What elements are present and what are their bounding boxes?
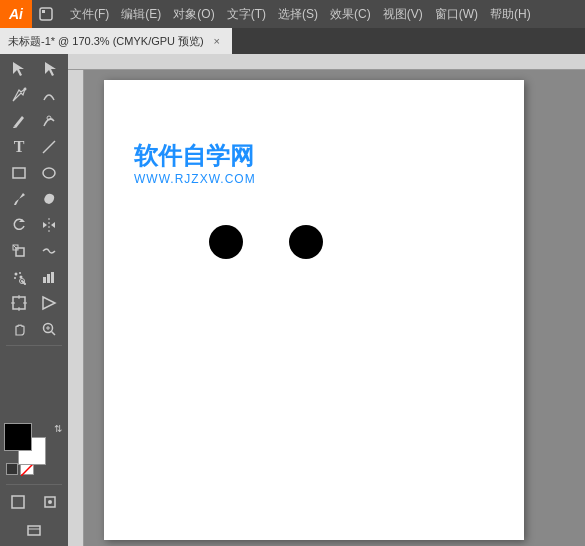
reflect-tool[interactable] <box>35 213 63 237</box>
svg-rect-0 <box>40 8 52 20</box>
svg-point-14 <box>15 273 18 276</box>
line-tool[interactable] <box>35 135 63 159</box>
menu-effect[interactable]: 效果(C) <box>324 0 377 28</box>
ruler-left <box>68 70 84 546</box>
watermark-line1: 软件自学网 <box>134 140 256 172</box>
curvature-tool[interactable] <box>35 83 63 107</box>
warp-tool[interactable] <box>35 239 63 263</box>
app-logo: Ai <box>0 0 32 28</box>
menubar: 文件(F) 编辑(E) 对象(O) 文字(T) 选择(S) 效果(C) 视图(V… <box>60 0 585 28</box>
svg-rect-21 <box>51 272 54 283</box>
menu-edit[interactable]: 编辑(E) <box>115 0 167 28</box>
svg-rect-35 <box>28 526 40 535</box>
svg-rect-7 <box>13 168 25 178</box>
canvas-area: 软件自学网 WWW.RJZXW.COM <box>68 54 585 546</box>
tab-close-button[interactable]: × <box>210 34 224 48</box>
svg-line-6 <box>43 141 55 153</box>
svg-point-15 <box>19 272 21 274</box>
canvas-background: 软件自学网 WWW.RJZXW.COM <box>84 70 585 546</box>
type-tool[interactable]: T <box>5 135 33 159</box>
menu-object[interactable]: 对象(O) <box>167 0 220 28</box>
tool-row-4: T <box>0 134 68 160</box>
menu-help[interactable]: 帮助(H) <box>484 0 537 28</box>
pencil-tool[interactable] <box>5 109 33 133</box>
menu-select[interactable]: 选择(S) <box>272 0 324 28</box>
symbol-sprayer-tool[interactable] <box>5 265 33 289</box>
change-screen-mode[interactable] <box>20 518 48 542</box>
swap-colors-icon[interactable]: ⇅ <box>54 423 62 434</box>
black-circle-left[interactable] <box>209 225 243 259</box>
svg-rect-11 <box>16 248 24 256</box>
svg-marker-2 <box>13 62 24 76</box>
zoom-tool[interactable] <box>35 317 63 341</box>
black-circle-right[interactable] <box>289 225 323 259</box>
slice-tool[interactable] <box>35 291 63 315</box>
menu-file[interactable]: 文件(F) <box>64 0 115 28</box>
smooth-tool[interactable] <box>35 109 63 133</box>
menu-text[interactable]: 文字(T) <box>221 0 272 28</box>
artboard-tool[interactable] <box>5 291 33 315</box>
svg-point-16 <box>14 277 16 279</box>
tool-row-artboard <box>0 290 68 316</box>
hand-tool[interactable] <box>5 317 33 341</box>
app-icon <box>32 0 60 28</box>
svg-point-8 <box>43 168 55 178</box>
tool-divider <box>6 345 62 346</box>
tool-row-3 <box>0 108 68 134</box>
tab-label: 未标题-1* @ 170.3% (CMYK/GPU 预览) <box>8 34 204 49</box>
tool-row-7 <box>0 212 68 238</box>
default-colors-icon[interactable] <box>6 463 18 475</box>
color-swatches: ⇅ <box>4 423 64 477</box>
screen-mode-row <box>0 516 68 544</box>
svg-line-28 <box>52 332 56 336</box>
foreground-swatch[interactable] <box>4 423 32 451</box>
ellipse-tool[interactable] <box>35 161 63 185</box>
menu-view[interactable]: 视图(V) <box>377 0 429 28</box>
svg-rect-19 <box>43 277 46 283</box>
tabbar: 未标题-1* @ 170.3% (CMYK/GPU 预览) × <box>0 28 585 54</box>
main-area: T <box>0 54 585 546</box>
svg-rect-20 <box>47 274 50 283</box>
artboard: 软件自学网 WWW.RJZXW.COM <box>104 80 524 540</box>
menu-window[interactable]: 窗口(W) <box>429 0 484 28</box>
tool-row-2 <box>0 82 68 108</box>
color-area: ⇅ <box>0 419 68 481</box>
watermark-line2: WWW.RJZXW.COM <box>134 172 256 186</box>
bottom-mode-tools <box>0 488 68 516</box>
tool-row-9 <box>0 264 68 290</box>
tool-row-hand <box>0 316 68 342</box>
rotate-tool[interactable] <box>5 213 33 237</box>
pen-tool[interactable] <box>5 83 33 107</box>
ruler-top <box>68 54 585 70</box>
draw-inside-mode[interactable] <box>36 490 64 514</box>
selection-tool[interactable] <box>5 57 33 81</box>
titlebar: Ai 文件(F) 编辑(E) 对象(O) 文字(T) 选择(S) 效果(C) 视… <box>0 0 585 28</box>
scale-tool[interactable] <box>5 239 33 263</box>
tool-divider-2 <box>6 484 62 485</box>
svg-point-4 <box>24 88 27 91</box>
svg-rect-1 <box>42 10 45 13</box>
toolbar: T <box>0 54 68 546</box>
active-tab[interactable]: 未标题-1* @ 170.3% (CMYK/GPU 预览) × <box>0 28 232 54</box>
svg-rect-32 <box>12 496 24 508</box>
draw-normal-mode[interactable] <box>4 490 32 514</box>
tool-row-8 <box>0 238 68 264</box>
rectangle-tool[interactable] <box>5 161 33 185</box>
column-graph-tool[interactable] <box>35 265 63 289</box>
direct-selection-tool[interactable] <box>35 57 63 81</box>
tool-row-5 <box>0 160 68 186</box>
svg-marker-3 <box>45 62 56 76</box>
svg-point-34 <box>48 500 52 504</box>
tool-row-1 <box>0 56 68 82</box>
watermark: 软件自学网 WWW.RJZXW.COM <box>134 140 256 186</box>
blob-brush-tool[interactable] <box>35 187 63 211</box>
tool-row-6 <box>0 186 68 212</box>
paintbrush-tool[interactable] <box>5 187 33 211</box>
